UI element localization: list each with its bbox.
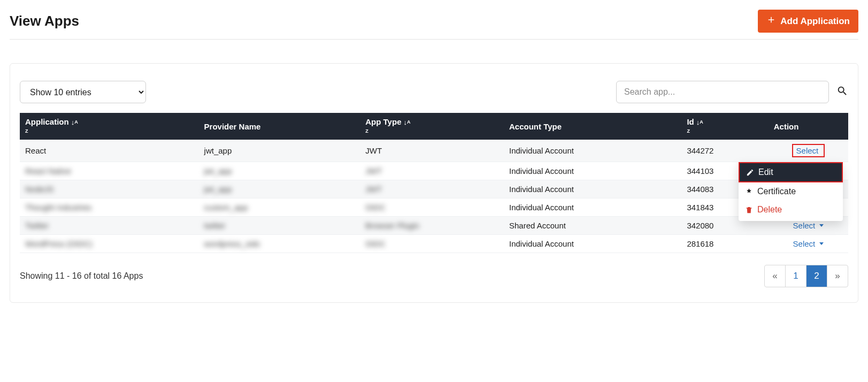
show-entries-select[interactable]: Show 10 entries	[20, 81, 146, 103]
cell-provider: jwt_app	[199, 140, 360, 162]
select-action-button[interactable]: Select	[793, 221, 824, 230]
dropdown-edit[interactable]: Edit	[739, 162, 843, 182]
cell-application: React	[20, 140, 199, 162]
col-action: Action	[769, 113, 848, 140]
cell-provider: jwt_app	[199, 180, 360, 198]
cell-id: 281618	[681, 235, 768, 253]
search-input[interactable]	[616, 81, 829, 103]
pagination-next[interactable]: »	[827, 265, 848, 287]
cell-application: Thought Industries	[20, 198, 199, 217]
add-application-button[interactable]: Add Application	[758, 10, 858, 33]
col-id[interactable]: Id↓AZ	[681, 113, 768, 140]
table-row: Thought Industries custom_app OIDC Indiv…	[20, 198, 848, 217]
cell-account: Individual Account	[504, 235, 681, 253]
caret-down-icon	[819, 224, 824, 227]
cell-app-type: OIDC	[360, 235, 504, 253]
cell-app-type: JWT	[360, 180, 504, 198]
cell-account: Shared Account	[504, 217, 681, 235]
pagination-page-1[interactable]: 1	[786, 265, 806, 287]
dropdown-edit-label: Edit	[758, 167, 773, 177]
select-action-button[interactable]: Select	[792, 144, 825, 157]
cell-application: Twitter	[20, 217, 199, 235]
add-application-label: Add Application	[780, 16, 850, 27]
col-app-type[interactable]: App Type↓AZ	[360, 113, 504, 140]
select-action-button[interactable]: Select	[793, 239, 824, 248]
pagination: « 1 2 »	[764, 265, 848, 287]
cell-account: Individual Account	[504, 180, 681, 198]
dropdown-certificate[interactable]: Certificate	[739, 182, 843, 201]
apps-table: Application↓AZ Provider Name App Type↓AZ…	[20, 113, 848, 253]
cell-account: Individual Account	[504, 162, 681, 180]
cell-account: Individual Account	[504, 198, 681, 217]
table-row: WordPress (OIDC) wordpress_oidc OIDC Ind…	[20, 235, 848, 253]
showing-text: Showing 11 - 16 of total 16 Apps	[20, 271, 143, 281]
dropdown-delete-label: Delete	[757, 205, 782, 215]
cell-provider: wordpress_oidc	[199, 235, 360, 253]
col-application[interactable]: Application↓AZ	[20, 113, 199, 140]
pagination-prev[interactable]: «	[765, 265, 785, 287]
action-dropdown: Edit Certificate Delete	[739, 162, 843, 221]
col-provider[interactable]: Provider Name	[199, 113, 360, 140]
cell-provider: custom_app	[199, 198, 360, 217]
table-row: React Native jwt_app JWT Individual Acco…	[20, 162, 848, 180]
search-icon[interactable]	[836, 85, 848, 99]
dropdown-certificate-label: Certificate	[757, 187, 796, 196]
cell-provider: jwt_app	[199, 162, 360, 180]
page-header: View Apps Add Application	[10, 0, 858, 40]
cell-account: Individual Account	[504, 140, 681, 162]
table-row: React jwt_app JWT Individual Account 344…	[20, 140, 848, 162]
dropdown-delete[interactable]: Delete	[739, 201, 843, 219]
cell-application: NodeJS	[20, 180, 199, 198]
page-title: View Apps	[10, 13, 79, 29]
trash-icon	[745, 206, 753, 214]
certificate-icon	[745, 188, 753, 196]
cell-app-type: OIDC	[360, 198, 504, 217]
plus-icon	[766, 15, 776, 27]
pagination-page-2[interactable]: 2	[806, 265, 827, 287]
table-row: NodeJS jwt_app JWT Individual Account 34…	[20, 180, 848, 198]
cell-app-type: JWT	[360, 162, 504, 180]
cell-id: 344272	[681, 140, 768, 162]
caret-down-icon	[819, 242, 824, 245]
edit-icon	[746, 169, 754, 177]
cell-app-type: Browser Plugin	[360, 217, 504, 235]
col-account-type[interactable]: Account Type	[504, 113, 681, 140]
cell-provider: twitter	[199, 217, 360, 235]
cell-application: WordPress (OIDC)	[20, 235, 199, 253]
table-row: Twitter twitter Browser Plugin Shared Ac…	[20, 217, 848, 235]
cell-application: React Native	[20, 162, 199, 180]
apps-card: Show 10 entries Application↓AZ Provider …	[10, 63, 858, 303]
cell-app-type: JWT	[360, 140, 504, 162]
